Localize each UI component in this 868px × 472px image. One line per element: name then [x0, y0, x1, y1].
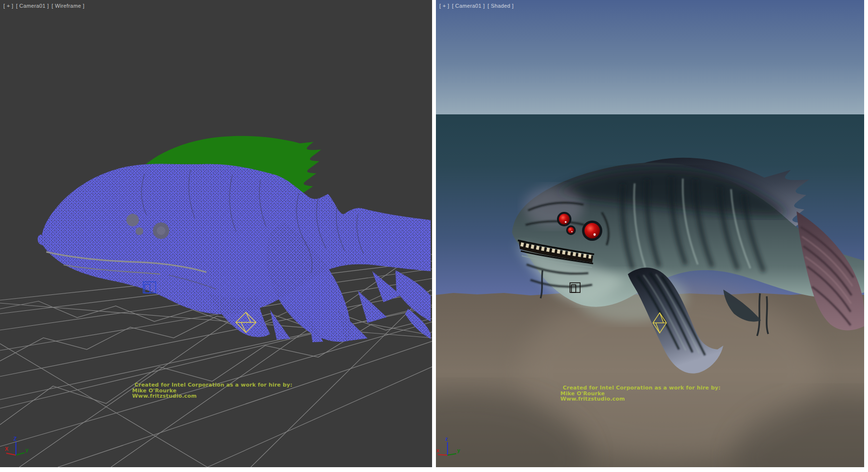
viewport-menu-pov[interactable]: [ Camera01 ] — [16, 3, 49, 9]
viewport-menu-general[interactable]: [ + ] — [3, 3, 14, 9]
annotation-line: Created for Intel Corporation as a work … — [132, 382, 292, 388]
annotation-line: Www.fritzstudio.com — [132, 393, 292, 399]
viewport-split-container: { "viewports": { "left": { "menu": { "ge… — [0, 0, 868, 472]
viewport-label: [ + ] [ Camera01 ] [ Shaded ] — [439, 3, 515, 9]
scene-annotation: Created for Intel Corporation as a work … — [132, 382, 292, 399]
viewport-menu-pov[interactable]: [ Camera01 ] — [452, 3, 485, 9]
annotation-line: Www.fritzstudio.com — [560, 396, 720, 402]
viewport-menu-shading[interactable]: [ Shaded ] — [488, 3, 514, 9]
viewport-label: [ + ] [ Camera01 ] [ Wireframe ] — [3, 3, 85, 9]
axis-z-label: z — [445, 436, 448, 442]
eye-medium — [559, 214, 570, 224]
fish-model-wireframe[interactable] — [38, 164, 431, 342]
eye-large — [584, 223, 600, 238]
viewport-wireframe[interactable]: [ + ] [ Camera01 ] [ Wireframe ] — [0, 0, 432, 467]
world-axis-tripod: X Z y — [5, 436, 29, 455]
axis-z-label: Z — [14, 436, 17, 442]
axis-y-label: y — [26, 447, 29, 453]
scene-annotation: Created for Intel Corporation as a work … — [560, 385, 720, 402]
viewport-shaded[interactable]: [ + ] [ Camera01 ] [ Shaded ] — [436, 0, 864, 467]
annotation-line: Created for Intel Corporation as a work … — [560, 385, 720, 391]
axis-y-label: y — [457, 447, 461, 453]
eye-small — [568, 227, 574, 234]
viewport-menu-general[interactable]: [ + ] — [439, 3, 449, 9]
axis-x-label: X — [5, 446, 9, 452]
axis-x-label: x — [436, 447, 440, 453]
viewport-menu-shading[interactable]: [ Wireframe ] — [52, 3, 84, 9]
